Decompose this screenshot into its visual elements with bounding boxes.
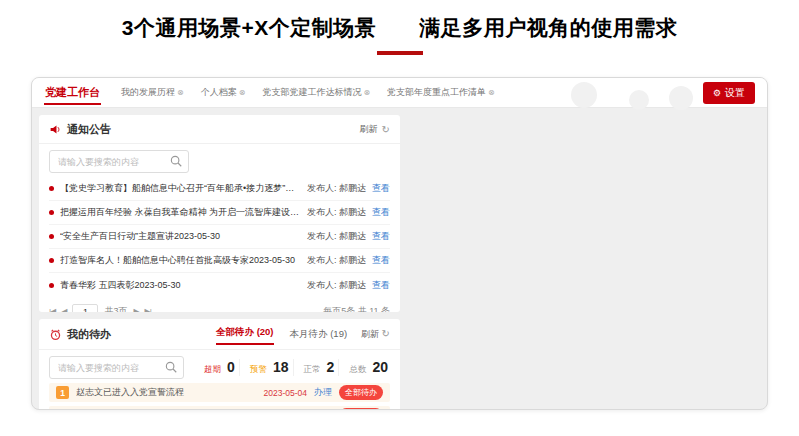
refresh-icon: ↻ — [382, 124, 390, 135]
pagination-first-icon[interactable]: |◀ — [49, 307, 55, 312]
notices-body: 【党史学习教育】船舶信息中心召开“百年船承•接力逐梦”五四青年座谈会202...… — [39, 150, 400, 312]
notice-title: 打造智库名人！船舶信息中心聘任首批高级专家2023-05-30 — [60, 254, 301, 267]
notice-publisher: 发布人: 郝鹏达 — [307, 206, 366, 219]
notice-row[interactable]: “安全生产百日行动”主题宣讲2023-05-30 发布人: 郝鹏达 查看 — [49, 225, 390, 249]
tab-my-development[interactable]: 我的发展历程⊗ — [121, 86, 184, 99]
pagination-summary: 每页5条 共 11 条 — [323, 305, 390, 312]
pagination-next-icon[interactable]: ▶ — [133, 307, 138, 312]
notice-publisher: 发布人: 郝鹏达 — [307, 230, 366, 243]
headline-block: 3个通用场景+X个定制场景 满足多用户视角的使用需求 — [0, 0, 799, 55]
todos-panel: 我的待办 全部待办 (20) 本月待办 (19) 刷新 ↻ — [39, 319, 400, 410]
notices-search-input[interactable] — [49, 150, 189, 173]
notices-title: 通知公告 — [67, 122, 111, 137]
view-link[interactable]: 查看 — [372, 279, 390, 292]
bullet-dot-icon — [49, 210, 54, 215]
notices-panel: 通知公告 刷新 ↻ 【党史学习教育】船舶信 — [39, 115, 400, 312]
todo-badge: 全部待办 — [339, 385, 383, 400]
todo-row[interactable]: 1 赵志文已进入入党宣誓流程 2023-05-04 办理 全部待办 — [49, 383, 390, 402]
notice-title: 青春华彩 五四表彰2023-05-30 — [60, 279, 301, 292]
tab-close-icon[interactable]: ⊗ — [239, 88, 246, 97]
todos-title: 我的待办 — [67, 327, 111, 342]
tab-branch-standard[interactable]: 党支部党建工作达标情况⊗ — [262, 86, 370, 99]
todo-badge: 全部待办 — [339, 408, 383, 410]
gear-icon: ⚙ — [713, 88, 721, 98]
decorative-circle — [629, 90, 649, 110]
page: 3个通用场景+X个定制场景 满足多用户视角的使用需求 党建工作台 我的发展历程⊗… — [0, 0, 799, 436]
todo-title: 赵志文已进入入党宣誓流程 — [76, 386, 257, 399]
notices-search-row — [49, 150, 390, 173]
todos-search-row: 超期0 预警18 正常2 总数20 — [49, 356, 390, 379]
todo-date: 2023-05-04 — [264, 388, 307, 398]
stat-normal: 正常2 — [293, 359, 335, 376]
todo-number-chip: 1 — [56, 386, 69, 399]
bullet-dot-icon — [49, 258, 54, 263]
tab-annual-worklist[interactable]: 党支部年度重点工作清单⊗ — [387, 86, 495, 99]
tab-close-icon[interactable]: ⊗ — [177, 88, 184, 97]
search-icon[interactable] — [169, 154, 183, 168]
tab-party-workbench[interactable]: 党建工作台 — [44, 77, 101, 108]
pagination-prev-icon[interactable]: ◀ — [61, 307, 66, 312]
stat-warning: 预警18 — [239, 359, 289, 376]
stat-overdue: 超期0 — [194, 359, 235, 376]
page-number-input[interactable] — [72, 304, 98, 312]
todo-title: 宋美娟已进入推荐和确定入党积极分子流程 — [76, 409, 257, 410]
handle-link[interactable]: 办理 — [314, 409, 332, 410]
notice-row[interactable]: 【党史学习教育】船舶信息中心召开“百年船承•接力逐梦”五四青年座谈会202...… — [49, 177, 390, 201]
megaphone-icon — [49, 123, 62, 136]
tab-personal-file[interactable]: 个人档案⊗ — [201, 86, 246, 99]
settings-button[interactable]: ⚙ 设置 — [703, 82, 755, 104]
notice-title: 把握运用百年经验 永葆自我革命精神 为开启一流智库建设新局面提供坚强保... — [60, 206, 301, 219]
app-window: 党建工作台 我的发展历程⊗ 个人档案⊗ 党支部党建工作达标情况⊗ 党支部年度重点… — [31, 77, 768, 410]
notice-title: “安全生产百日行动”主题宣讲2023-05-30 — [60, 230, 301, 243]
bullet-dot-icon — [49, 283, 54, 288]
bullet-dot-icon — [49, 186, 54, 191]
notice-publisher: 发布人: 郝鹏达 — [307, 182, 366, 195]
notice-row[interactable]: 青春华彩 五四表彰2023-05-30 发布人: 郝鹏达 查看 — [49, 273, 390, 297]
todo-number-chip: 2 — [56, 409, 69, 410]
todo-row[interactable]: 2 宋美娟已进入推荐和确定入党积极分子流程 2023-05-04 办理 全部待办 — [49, 406, 390, 410]
notice-publisher: 发布人: 郝鹏达 — [307, 279, 366, 292]
view-link[interactable]: 查看 — [372, 206, 390, 219]
tab-close-icon[interactable]: ⊗ — [363, 88, 370, 97]
search-icon[interactable] — [164, 360, 178, 374]
todos-body: 超期0 预警18 正常2 总数20 1 赵志文已进入入党宣誓流程 2023-05… — [39, 356, 400, 410]
tab-all-todos[interactable]: 全部待办 (20) — [216, 326, 274, 343]
notice-row[interactable]: 把握运用百年经验 永葆自我革命精神 为开启一流智库建设新局面提供坚强保... 发… — [49, 201, 390, 225]
refresh-icon: ↻ — [382, 328, 390, 339]
bullet-dot-icon — [49, 234, 54, 239]
window-tab-bar: 党建工作台 我的发展历程⊗ 个人档案⊗ 党支部党建工作达标情况⊗ 党支部年度重点… — [32, 78, 767, 108]
tab-month-todos[interactable]: 本月待办 (19) — [290, 328, 348, 341]
todo-stats: 超期0 预警18 正常2 总数20 — [192, 359, 390, 376]
notices-header: 通知公告 刷新 ↻ — [39, 115, 400, 144]
view-link[interactable]: 查看 — [372, 182, 390, 195]
decorative-circle — [669, 86, 693, 110]
total-pages-label: 共3页 — [104, 305, 127, 312]
todos-refresh[interactable]: 刷新 ↻ — [361, 328, 390, 341]
title-underline — [377, 51, 423, 55]
notice-row[interactable]: 打造智库名人！船舶信息中心聘任首批高级专家2023-05-30 发布人: 郝鹏达… — [49, 249, 390, 273]
notices-refresh[interactable]: 刷新 ↻ — [360, 123, 390, 136]
window-body: 通知公告 刷新 ↻ 【党史学习教育】船舶信 — [32, 108, 767, 410]
handle-link[interactable]: 办理 — [314, 386, 332, 399]
notice-publisher: 发布人: 郝鹏达 — [307, 254, 366, 267]
todos-header: 我的待办 全部待办 (20) 本月待办 (19) 刷新 ↻ — [39, 319, 400, 350]
stat-total: 总数20 — [338, 359, 388, 376]
alarm-clock-icon — [49, 328, 62, 341]
page-title: 3个通用场景+X个定制场景 满足多用户视角的使用需求 — [0, 14, 799, 42]
view-link[interactable]: 查看 — [372, 230, 390, 243]
pagination-last-icon[interactable]: ▶| — [145, 307, 151, 312]
decorative-circle — [571, 82, 597, 108]
view-link[interactable]: 查看 — [372, 254, 390, 267]
tab-close-icon[interactable]: ⊗ — [488, 88, 495, 97]
notices-pagination: |◀ ◀ 共3页 ▶ ▶| 每页5条 共 11 条 — [49, 297, 390, 312]
notice-title: 【党史学习教育】船舶信息中心召开“百年船承•接力逐梦”五四青年座谈会202... — [60, 182, 301, 195]
